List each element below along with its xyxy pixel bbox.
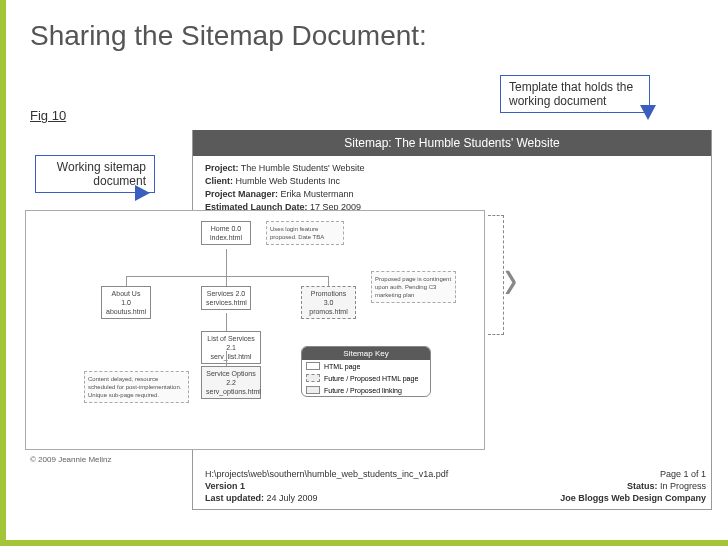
figure-label: Fig 10 [30, 108, 66, 123]
key-row-future-html: Future / Proposed HTML page [302, 372, 430, 384]
callout-working-tail [135, 185, 150, 201]
accent-bottom-bar [0, 540, 728, 546]
connector-line [226, 276, 227, 286]
meta-client: Humble Web Students Inc [236, 176, 340, 186]
accent-left-bar [0, 0, 6, 546]
footer-page: Page 1 of 1 [560, 468, 706, 480]
meta-project: The Humble Students' Website [241, 163, 365, 173]
node-promotions: Promotions 3.0 promos.html [301, 286, 356, 319]
node-services: Services 2.0 services.html [201, 286, 251, 310]
footer-status: In Progress [660, 481, 706, 491]
arrow-icon: › [504, 244, 517, 312]
node-about: About Us 1.0 aboutus.html [101, 286, 151, 319]
meta-pm: Erika Mustermann [281, 189, 354, 199]
connector-line [328, 276, 329, 286]
connector-line [226, 351, 227, 366]
footer-path: H:\projects\web\southern\humble_web_stud… [205, 468, 448, 480]
connector-line [226, 249, 227, 276]
connector-line [126, 276, 328, 277]
footer-version: Version 1 [205, 481, 245, 491]
note-content-delayed: Content delayed, resource scheduled for … [84, 371, 189, 403]
footer-updated: 24 July 2009 [267, 493, 318, 503]
meta-client-label: Client: [205, 176, 233, 186]
callout-template: Template that holds the working document [500, 75, 650, 113]
node-list-services: List of Services 2.1 serv_list.html [201, 331, 261, 364]
connector-line [126, 276, 127, 286]
node-service-options: Service Options 2.2 serv_options.html [201, 366, 261, 399]
copyright: © 2009 Jeannie Melinz [30, 455, 112, 464]
note-promo: Proposed page is contingent upon auth. P… [371, 271, 456, 303]
footer-right: Page 1 of 1 Status: In Progress Joe Blog… [560, 468, 706, 504]
key-title: Sitemap Key [302, 347, 430, 360]
key-label: Future / Proposed linking [324, 387, 402, 394]
connector-line [226, 313, 227, 331]
footer-company: Joe Bloggs Web Design Company [560, 493, 706, 503]
key-swatch-icon [306, 386, 320, 394]
meta-block: Project: The Humble Students' Website Cl… [205, 162, 364, 214]
key-swatch-icon [306, 374, 320, 382]
footer-updated-label: Last updated: [205, 493, 264, 503]
footer-left: H:\projects\web\southern\humble_web_stud… [205, 468, 448, 504]
sitemap-key: Sitemap Key HTML page Future / Proposed … [301, 346, 431, 397]
callout-template-tail [640, 105, 656, 120]
merge-bracket [488, 215, 504, 335]
footer-status-label: Status: [627, 481, 658, 491]
sitemap-diagram: Home 0.0 index.html About Us 1.0 aboutus… [25, 210, 485, 450]
key-swatch-icon [306, 362, 320, 370]
key-label: Future / Proposed HTML page [324, 375, 418, 382]
node-home: Home 0.0 index.html [201, 221, 251, 245]
key-label: HTML page [324, 363, 360, 370]
meta-pm-label: Project Manager: [205, 189, 278, 199]
note-login: Uses login feature proposed. Date TBA [266, 221, 344, 245]
key-row-html: HTML page [302, 360, 430, 372]
slide-title: Sharing the Sitemap Document: [30, 20, 427, 52]
key-row-future-link: Future / Proposed linking [302, 384, 430, 396]
meta-project-label: Project: [205, 163, 239, 173]
